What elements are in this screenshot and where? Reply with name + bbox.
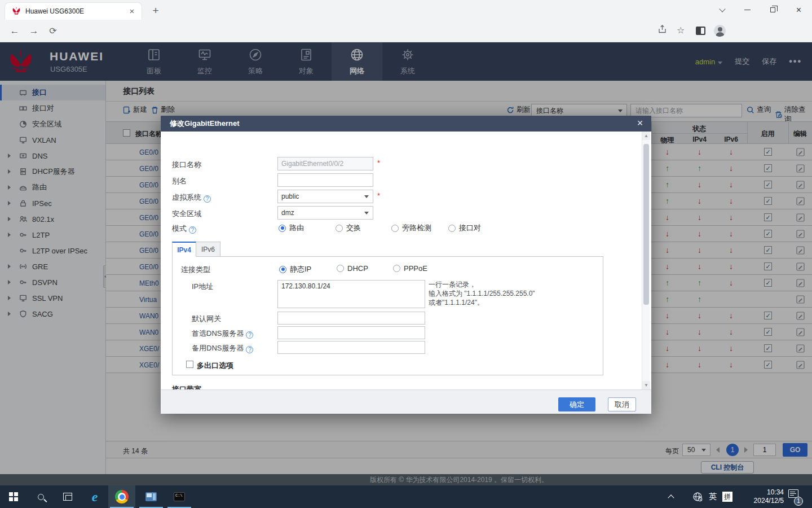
vsys-label: 虚拟系统? xyxy=(172,192,211,203)
cmd-taskbar-button[interactable]: C:\ xyxy=(166,485,193,508)
radio-icon xyxy=(391,225,399,232)
app-taskbar-button[interactable] xyxy=(138,485,165,508)
help-icon[interactable]: ? xyxy=(246,331,253,339)
help-icon[interactable]: ? xyxy=(246,346,253,353)
taskbar-search-button[interactable] xyxy=(27,485,54,508)
conn-radio-pppoe[interactable]: PPPoE xyxy=(393,264,427,273)
cancel-button[interactable]: 取消 xyxy=(608,397,636,411)
mode-radio-pair[interactable]: 接口对 xyxy=(448,223,481,233)
ip-address-textarea[interactable]: 172.130.80.1/24 xyxy=(277,280,425,308)
task-view-button[interactable] xyxy=(54,485,81,508)
command-prompt-icon: C:\ xyxy=(174,492,185,501)
ok-button[interactable]: 确定 xyxy=(558,397,595,411)
name-label: 接口名称 xyxy=(172,160,201,170)
tab-search-icon[interactable] xyxy=(709,0,735,20)
conn-type-label: 连接类型 xyxy=(181,265,210,275)
ime-language-indicator[interactable]: 英 xyxy=(709,485,717,508)
notification-center-button[interactable]: 1 xyxy=(788,485,798,508)
globe-icon xyxy=(692,492,703,502)
tray-date: 2024/12/5 xyxy=(740,497,784,505)
radio-icon xyxy=(393,265,400,272)
dialog-body: 接口名称 * 别名 虚拟系统? public * 安全区域 dmz 模式? 路由… xyxy=(161,132,651,389)
radio-icon xyxy=(336,225,343,232)
bandwidth-section-label: 接口带宽 xyxy=(172,384,201,389)
mode-radio-route[interactable]: 路由 xyxy=(279,223,304,233)
required-marker: * xyxy=(377,159,380,167)
tab-ipv6[interactable]: IPv6 xyxy=(196,242,220,257)
pinyin-icon: 拼 xyxy=(722,492,732,502)
dns1-label: 首选DNS服务器? xyxy=(192,329,253,339)
screen: Huawei USG6300E × + × ← → ⟳ × 不安全 https … xyxy=(0,0,812,508)
dialog-footer: 确定 取消 xyxy=(161,389,651,414)
window-close-button[interactable]: × xyxy=(786,0,811,20)
mode-radio-switch[interactable]: 交换 xyxy=(336,223,361,233)
tab-ipv4[interactable]: IPv4 xyxy=(172,242,196,257)
zone-label: 安全区域 xyxy=(172,209,201,219)
window-restore-button[interactable] xyxy=(760,0,785,20)
vsys-select[interactable]: public xyxy=(277,190,373,203)
multi-exit-checkbox[interactable] xyxy=(186,361,193,368)
share-icon[interactable] xyxy=(655,24,669,38)
dialog-close-icon[interactable]: × xyxy=(634,118,646,129)
bookmark-star-icon[interactable]: ☆ xyxy=(677,25,685,36)
windows-taskbar: e C:\ 英 拼 10:34 2024/12/5 1 xyxy=(0,485,812,508)
window-minimize-button[interactable] xyxy=(735,0,760,20)
interface-name-input xyxy=(277,157,373,170)
gateway-input[interactable] xyxy=(277,312,425,325)
clock[interactable]: 10:34 2024/12/5 xyxy=(740,485,784,508)
huawei-favicon xyxy=(12,7,21,16)
chrome-taskbar-button[interactable] xyxy=(108,485,135,508)
chevron-down-icon xyxy=(364,195,369,198)
ime-mode-indicator[interactable]: 拼 xyxy=(722,485,732,508)
reload-button[interactable]: ⟳ xyxy=(46,24,60,38)
radio-icon xyxy=(279,225,286,232)
help-icon[interactable]: ? xyxy=(189,226,196,234)
windows-logo-icon xyxy=(9,492,18,501)
radio-icon xyxy=(448,225,456,232)
radio-icon xyxy=(337,265,344,272)
dns2-input[interactable] xyxy=(277,341,425,354)
mode-radio-bypass[interactable]: 旁路检测 xyxy=(391,223,431,233)
forward-button[interactable]: → xyxy=(27,24,41,38)
tray-time: 10:34 xyxy=(740,488,784,497)
chrome-icon xyxy=(115,490,129,503)
search-icon xyxy=(38,494,44,500)
internet-explorer-icon: e xyxy=(92,489,98,505)
zone-select[interactable]: dmz xyxy=(277,206,373,220)
radio-icon xyxy=(279,266,286,273)
browser-toolbar: ← → ⟳ × 不安全 https ://192.168.0.1:8443/de… xyxy=(0,20,812,42)
alias-input[interactable] xyxy=(277,173,373,187)
dns2-label: 备用DNS服务器? xyxy=(192,343,253,353)
chevron-down-icon xyxy=(364,212,369,214)
dns1-input[interactable] xyxy=(277,326,425,339)
conn-radio-static[interactable]: 静态IP xyxy=(279,264,311,274)
tray-expand-button[interactable] xyxy=(669,485,673,508)
ie-taskbar-button[interactable]: e xyxy=(81,485,108,508)
new-tab-button[interactable]: + xyxy=(149,4,162,17)
required-marker: * xyxy=(377,191,380,200)
tab-close-icon[interactable]: × xyxy=(127,6,137,16)
alias-label: 别名 xyxy=(172,176,187,186)
back-button[interactable]: ← xyxy=(8,24,21,38)
tab-title: Huawei USG6300E xyxy=(25,7,127,15)
scrollbar-thumb[interactable] xyxy=(643,144,649,305)
dialog-title: 修改GigabitEthernet xyxy=(161,116,651,132)
task-view-icon xyxy=(63,493,72,501)
start-button[interactable] xyxy=(0,485,27,508)
help-icon[interactable]: ? xyxy=(204,195,211,203)
modify-interface-dialog: 修改GigabitEthernet × 接口名称 * 别名 虚拟系统? publ… xyxy=(161,116,651,414)
browser-titlebar: Huawei USG6300E × + × xyxy=(0,0,812,20)
profile-avatar[interactable] xyxy=(714,25,726,37)
notification-badge: 1 xyxy=(794,497,803,506)
ip-format-hint: 一行一条记录， 输入格式为 "1.1.1.1/255.255.255.0" 或者… xyxy=(429,280,535,307)
mode-label: 模式? xyxy=(172,224,196,234)
network-tray-icon[interactable] xyxy=(692,485,703,508)
side-panel-icon[interactable] xyxy=(696,27,705,35)
browser-tab[interactable]: Huawei USG6300E × xyxy=(5,2,142,20)
scroll-up-icon[interactable]: ▲ xyxy=(642,132,650,140)
scroll-down-icon[interactable]: ▼ xyxy=(642,381,650,389)
dialog-scrollbar[interactable]: ▲ ▼ xyxy=(642,132,650,389)
app-window-icon xyxy=(145,492,157,501)
conn-radio-dhcp[interactable]: DHCP xyxy=(337,264,368,273)
chevron-up-icon xyxy=(668,494,674,501)
